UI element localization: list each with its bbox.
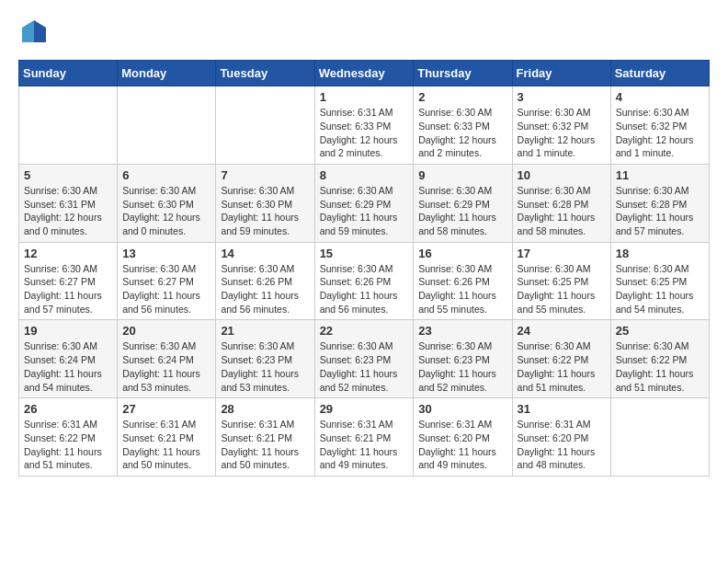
day-number: 23 xyxy=(418,324,506,338)
day-info: Sunrise: 6:30 AMSunset: 6:30 PMDaylight:… xyxy=(221,184,309,238)
day-number: 15 xyxy=(320,247,409,260)
logo xyxy=(18,18,48,51)
svg-marker-0 xyxy=(34,20,46,42)
day-number: 18 xyxy=(616,247,704,260)
calendar-cell: 10Sunrise: 6:30 AMSunset: 6:28 PMDayligh… xyxy=(512,164,610,242)
calendar-cell: 24Sunrise: 6:30 AMSunset: 6:22 PMDayligh… xyxy=(512,320,610,398)
calendar-cell: 3Sunrise: 6:30 AMSunset: 6:32 PMDaylight… xyxy=(512,86,610,165)
day-info: Sunrise: 6:30 AMSunset: 6:26 PMDaylight:… xyxy=(320,262,409,316)
calendar-cell: 27Sunrise: 6:31 AMSunset: 6:21 PMDayligh… xyxy=(118,398,216,477)
day-number: 26 xyxy=(24,402,112,416)
day-info: Sunrise: 6:30 AMSunset: 6:27 PMDaylight:… xyxy=(24,262,112,316)
calendar-week-row: 26Sunrise: 6:31 AMSunset: 6:22 PMDayligh… xyxy=(19,398,710,477)
calendar-cell: 29Sunrise: 6:31 AMSunset: 6:21 PMDayligh… xyxy=(314,398,414,477)
day-number: 8 xyxy=(320,168,409,182)
day-number: 25 xyxy=(616,324,704,338)
day-number: 12 xyxy=(24,247,112,260)
day-number: 1 xyxy=(320,90,409,104)
day-info: Sunrise: 6:30 AMSunset: 6:22 PMDaylight:… xyxy=(616,339,704,394)
day-number: 27 xyxy=(122,402,210,416)
day-info: Sunrise: 6:31 AMSunset: 6:22 PMDaylight:… xyxy=(24,418,112,472)
calendar-cell: 7Sunrise: 6:30 AMSunset: 6:30 PMDaylight… xyxy=(216,164,314,242)
calendar-cell: 30Sunrise: 6:31 AMSunset: 6:20 PMDayligh… xyxy=(414,398,512,477)
calendar-cell: 13Sunrise: 6:30 AMSunset: 6:27 PMDayligh… xyxy=(118,242,216,320)
calendar-cell: 11Sunrise: 6:30 AMSunset: 6:28 PMDayligh… xyxy=(610,164,709,242)
day-number: 22 xyxy=(320,324,409,338)
day-info: Sunrise: 6:30 AMSunset: 6:23 PMDaylight:… xyxy=(221,339,309,394)
day-number: 28 xyxy=(221,402,309,416)
calendar-cell: 26Sunrise: 6:31 AMSunset: 6:22 PMDayligh… xyxy=(19,398,118,477)
svg-marker-1 xyxy=(22,20,34,42)
day-number: 11 xyxy=(616,168,704,182)
day-number: 13 xyxy=(122,247,210,260)
day-info: Sunrise: 6:31 AMSunset: 6:33 PMDaylight:… xyxy=(320,106,409,160)
calendar-header-wednesday: Wednesday xyxy=(314,61,414,86)
calendar-cell xyxy=(118,86,216,165)
day-info: Sunrise: 6:30 AMSunset: 6:28 PMDaylight:… xyxy=(518,184,606,238)
day-info: Sunrise: 6:30 AMSunset: 6:27 PMDaylight:… xyxy=(122,262,210,316)
calendar-header-row: SundayMondayTuesdayWednesdayThursdayFrid… xyxy=(19,61,710,86)
day-number: 5 xyxy=(24,168,112,182)
day-number: 24 xyxy=(518,324,606,338)
calendar-header-friday: Friday xyxy=(512,61,610,86)
day-number: 29 xyxy=(320,402,409,416)
logo-icon xyxy=(20,18,48,46)
day-info: Sunrise: 6:30 AMSunset: 6:26 PMDaylight:… xyxy=(418,262,506,316)
calendar-cell: 9Sunrise: 6:30 AMSunset: 6:29 PMDaylight… xyxy=(414,164,512,242)
page-header xyxy=(18,18,710,51)
day-info: Sunrise: 6:31 AMSunset: 6:21 PMDaylight:… xyxy=(320,418,409,472)
calendar-cell: 18Sunrise: 6:30 AMSunset: 6:25 PMDayligh… xyxy=(610,242,709,320)
day-info: Sunrise: 6:30 AMSunset: 6:30 PMDaylight:… xyxy=(122,184,210,238)
day-number: 6 xyxy=(122,168,210,182)
day-number: 31 xyxy=(518,402,606,416)
calendar-cell: 5Sunrise: 6:30 AMSunset: 6:31 PMDaylight… xyxy=(19,164,118,242)
day-info: Sunrise: 6:31 AMSunset: 6:21 PMDaylight:… xyxy=(122,418,210,472)
day-info: Sunrise: 6:30 AMSunset: 6:32 PMDaylight:… xyxy=(616,106,704,160)
calendar-cell: 20Sunrise: 6:30 AMSunset: 6:24 PMDayligh… xyxy=(118,320,216,398)
calendar-cell: 31Sunrise: 6:31 AMSunset: 6:20 PMDayligh… xyxy=(512,398,610,477)
calendar-cell: 4Sunrise: 6:30 AMSunset: 6:32 PMDaylight… xyxy=(610,86,709,165)
calendar-cell: 16Sunrise: 6:30 AMSunset: 6:26 PMDayligh… xyxy=(414,242,512,320)
day-number: 21 xyxy=(221,324,309,338)
day-number: 20 xyxy=(122,324,210,338)
calendar-cell: 14Sunrise: 6:30 AMSunset: 6:26 PMDayligh… xyxy=(216,242,314,320)
calendar-cell: 2Sunrise: 6:30 AMSunset: 6:33 PMDaylight… xyxy=(414,86,512,165)
calendar-cell: 25Sunrise: 6:30 AMSunset: 6:22 PMDayligh… xyxy=(610,320,709,398)
calendar-cell: 22Sunrise: 6:30 AMSunset: 6:23 PMDayligh… xyxy=(314,320,414,398)
calendar-header-sunday: Sunday xyxy=(19,61,118,86)
calendar-cell xyxy=(216,86,314,165)
day-info: Sunrise: 6:30 AMSunset: 6:24 PMDaylight:… xyxy=(122,339,210,394)
day-number: 19 xyxy=(24,324,112,338)
calendar-cell: 21Sunrise: 6:30 AMSunset: 6:23 PMDayligh… xyxy=(216,320,314,398)
calendar-header-saturday: Saturday xyxy=(610,61,709,86)
day-number: 16 xyxy=(418,247,506,260)
calendar-cell xyxy=(19,86,118,165)
day-info: Sunrise: 6:31 AMSunset: 6:21 PMDaylight:… xyxy=(221,418,309,472)
day-number: 30 xyxy=(418,402,506,416)
day-info: Sunrise: 6:30 AMSunset: 6:23 PMDaylight:… xyxy=(418,339,506,394)
calendar-header-tuesday: Tuesday xyxy=(216,61,314,86)
calendar-header-monday: Monday xyxy=(118,61,216,86)
day-info: Sunrise: 6:30 AMSunset: 6:24 PMDaylight:… xyxy=(24,339,112,394)
calendar-cell: 15Sunrise: 6:30 AMSunset: 6:26 PMDayligh… xyxy=(314,242,414,320)
day-number: 17 xyxy=(518,247,606,260)
calendar-cell: 6Sunrise: 6:30 AMSunset: 6:30 PMDaylight… xyxy=(118,164,216,242)
day-number: 9 xyxy=(418,168,506,182)
calendar-week-row: 1Sunrise: 6:31 AMSunset: 6:33 PMDaylight… xyxy=(19,86,710,165)
calendar-table: SundayMondayTuesdayWednesdayThursdayFrid… xyxy=(18,60,710,477)
calendar-header-thursday: Thursday xyxy=(414,61,512,86)
day-info: Sunrise: 6:30 AMSunset: 6:26 PMDaylight:… xyxy=(221,262,309,316)
calendar-week-row: 19Sunrise: 6:30 AMSunset: 6:24 PMDayligh… xyxy=(19,320,710,398)
calendar-cell: 28Sunrise: 6:31 AMSunset: 6:21 PMDayligh… xyxy=(216,398,314,477)
calendar-cell: 23Sunrise: 6:30 AMSunset: 6:23 PMDayligh… xyxy=(414,320,512,398)
calendar-cell: 8Sunrise: 6:30 AMSunset: 6:29 PMDaylight… xyxy=(314,164,414,242)
day-number: 10 xyxy=(518,168,606,182)
calendar-cell: 17Sunrise: 6:30 AMSunset: 6:25 PMDayligh… xyxy=(512,242,610,320)
day-info: Sunrise: 6:30 AMSunset: 6:28 PMDaylight:… xyxy=(616,184,704,238)
day-info: Sunrise: 6:30 AMSunset: 6:31 PMDaylight:… xyxy=(24,184,112,238)
calendar-week-row: 5Sunrise: 6:30 AMSunset: 6:31 PMDaylight… xyxy=(19,164,710,242)
day-info: Sunrise: 6:30 AMSunset: 6:25 PMDaylight:… xyxy=(616,262,704,316)
day-info: Sunrise: 6:30 AMSunset: 6:23 PMDaylight:… xyxy=(320,339,409,394)
calendar-cell xyxy=(610,398,709,477)
day-info: Sunrise: 6:31 AMSunset: 6:20 PMDaylight:… xyxy=(418,418,506,472)
